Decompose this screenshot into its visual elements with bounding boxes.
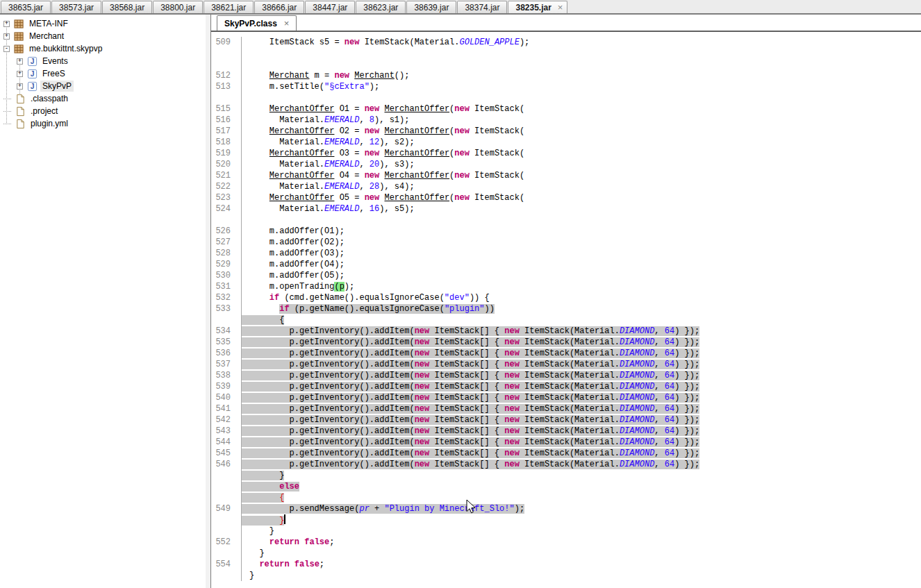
code-text: p.getInventory().addItem(new ItemStack[]…	[242, 326, 699, 337]
code-line-545[interactable]: 545 p.getInventory().addItem(new ItemSta…	[211, 448, 921, 459]
tree-item-label: me.bukkittnt.skypvp	[27, 43, 104, 54]
code-text	[242, 48, 249, 59]
code-text	[242, 59, 249, 70]
editor-tab-strip: SkyPvP.class ×	[211, 15, 921, 32]
tree-item-me-bukkittnt-skypvp[interactable]: -me.bukkittnt.skypvp	[0, 42, 206, 55]
code-line[interactable]	[211, 59, 921, 70]
code-line[interactable]: }	[211, 526, 921, 537]
tree-item-meta-inf[interactable]: +META-INF	[0, 17, 206, 30]
code-line-537[interactable]: 537 p.getInventory().addItem(new ItemSta…	[211, 359, 921, 370]
tree-item-frees[interactable]: +JFreeS	[0, 67, 206, 80]
code-line-523[interactable]: 523 MerchantOffer O5 = new MerchantOffer…	[211, 192, 921, 203]
code-line[interactable]: }	[211, 514, 921, 526]
collapse-minus-icon[interactable]: -	[3, 46, 10, 52]
jar-tab-38374-jar[interactable]: 38374.jar	[457, 1, 507, 13]
code-line-509[interactable]: 509 ItemStack s5 = new ItemStack(Materia…	[211, 37, 921, 48]
tree-item-merchant[interactable]: +Merchant	[0, 30, 206, 42]
code-line-535[interactable]: 535 p.getInventory().addItem(new ItemSta…	[211, 337, 921, 348]
code-line[interactable]: {	[211, 492, 921, 503]
code-line-520[interactable]: 520 Material.EMERALD, 20), s3);	[211, 159, 921, 170]
code-line-512[interactable]: 512 Merchant m = new Merchant();	[211, 70, 921, 81]
jar-tab-38635-jar[interactable]: 38635.jar	[1, 1, 51, 13]
panel-splitter[interactable]	[206, 15, 210, 588]
code-line-533[interactable]: 533 if (p.getName().equalsIgnoreCase("pl…	[211, 303, 921, 314]
code-line-521[interactable]: 521 MerchantOffer O4 = new MerchantOffer…	[211, 170, 921, 181]
expand-plus-icon[interactable]: +	[3, 21, 10, 27]
code-line-513[interactable]: 513 m.setTitle("§cExtra");	[211, 81, 921, 92]
expand-plus-icon[interactable]: +	[17, 83, 23, 90]
code-text: p.getInventory().addItem(new ItemStack[]…	[242, 403, 699, 414]
code-line-540[interactable]: 540 p.getInventory().addItem(new ItemSta…	[211, 392, 921, 403]
code-line-519[interactable]: 519 MerchantOffer O3 = new MerchantOffer…	[211, 148, 921, 159]
code-line[interactable]	[211, 92, 921, 103]
code-line[interactable]: }	[211, 570, 921, 581]
jar-tab-38623-jar[interactable]: 38623.jar	[356, 1, 406, 13]
code-line-536[interactable]: 536 p.getInventory().addItem(new ItemSta…	[211, 348, 921, 359]
editor-tab-label: SkyPvP.class	[224, 19, 277, 28]
file-icon	[15, 119, 26, 129]
code-line-538[interactable]: 538 p.getInventory().addItem(new ItemSta…	[211, 370, 921, 381]
code-line-529[interactable]: 529 m.addOffer(O4);	[211, 259, 921, 270]
tree-item--project[interactable]: .project	[0, 105, 206, 117]
code-text: Material.EMERALD, 16), s5);	[242, 203, 415, 215]
editor-tab-skypvp-class[interactable]: SkyPvP.class ×	[217, 15, 297, 31]
line-number: 526	[211, 226, 242, 237]
code-line-515[interactable]: 515 MerchantOffer O1 = new MerchantOffer…	[211, 103, 921, 115]
code-line-544[interactable]: 544 p.getInventory().addItem(new ItemSta…	[211, 437, 921, 448]
expand-plus-icon[interactable]: +	[17, 58, 23, 65]
code-line-541[interactable]: 541 p.getInventory().addItem(new ItemSta…	[211, 403, 921, 414]
code-line-527[interactable]: 527 m.addOffer(O2);	[211, 237, 921, 248]
svg-text:J: J	[31, 58, 35, 65]
tree-item-plugin-yml[interactable]: plugin.yml	[0, 117, 206, 130]
code-line[interactable]	[211, 215, 921, 226]
tree-item--classpath[interactable]: .classpath	[0, 92, 206, 105]
jar-tab-38573-jar[interactable]: 38573.jar	[51, 1, 101, 13]
code-line-546[interactable]: 546 p.getInventory().addItem(new ItemSta…	[211, 459, 921, 470]
jar-tab-38235-jar[interactable]: 38235.jar×	[508, 1, 567, 13]
jar-tab-label: 38639.jar	[414, 3, 449, 12]
code-line-554[interactable]: 554 return false;	[211, 559, 921, 570]
line-number: 524	[211, 203, 242, 215]
code-line[interactable]: {	[211, 314, 921, 326]
code-line-524[interactable]: 524 Material.EMERALD, 16), s5);	[211, 203, 921, 215]
line-number: 527	[211, 237, 242, 248]
code-line[interactable]	[211, 48, 921, 59]
code-area[interactable]: 509 ItemStack s5 = new ItemStack(Materia…	[211, 33, 921, 588]
code-line-543[interactable]: 543 p.getInventory().addItem(new ItemSta…	[211, 426, 921, 437]
expand-plus-icon[interactable]: +	[17, 71, 23, 77]
code-line-517[interactable]: 517 MerchantOffer O2 = new MerchantOffer…	[211, 126, 921, 137]
code-line[interactable]: }	[211, 470, 921, 481]
jar-tab-38568-jar[interactable]: 38568.jar	[102, 1, 152, 13]
jar-tab-38639-jar[interactable]: 38639.jar	[406, 1, 456, 13]
package-icon	[14, 44, 24, 54]
tree-item-skypvp[interactable]: +JSkyPvP	[0, 80, 206, 92]
code-line-518[interactable]: 518 Material.EMERALD, 12), s2);	[211, 137, 921, 148]
close-icon[interactable]: ×	[558, 4, 563, 11]
line-number: 552	[211, 537, 242, 548]
code-line-532[interactable]: 532 if (cmd.getName().equalsIgnoreCase("…	[211, 292, 921, 303]
close-icon[interactable]: ×	[284, 20, 290, 27]
jar-tab-38447-jar[interactable]: 38447.jar	[305, 1, 355, 13]
code-line-526[interactable]: 526 m.addOffer(O1);	[211, 226, 921, 237]
tree-item-events[interactable]: +JEvents	[0, 55, 206, 67]
code-line-522[interactable]: 522 Material.EMERALD, 28), s4);	[211, 181, 921, 192]
code-line[interactable]: }	[211, 548, 921, 559]
code-line-531[interactable]: 531 m.openTrading(p);	[211, 281, 921, 292]
code-line-528[interactable]: 528 m.addOffer(O3);	[211, 248, 921, 259]
code-line-530[interactable]: 530 m.addOffer(O5);	[211, 270, 921, 281]
code-line-549[interactable]: 549 p.sendMessage(pr + "Plugin by Minecr…	[211, 503, 921, 514]
code-line[interactable]: else	[211, 481, 921, 492]
line-number: 545	[211, 448, 242, 459]
expand-plus-icon[interactable]: +	[3, 33, 10, 40]
jar-tab-38666-jar[interactable]: 38666.jar	[254, 1, 304, 13]
code-line-516[interactable]: 516 Material.EMERALD, 8), s1);	[211, 115, 921, 126]
code-line-539[interactable]: 539 p.getInventory().addItem(new ItemSta…	[211, 381, 921, 392]
code-line-542[interactable]: 542 p.getInventory().addItem(new ItemSta…	[211, 414, 921, 426]
line-number: 512	[211, 70, 242, 81]
jar-tab-38621-jar[interactable]: 38621.jar	[204, 1, 254, 13]
jar-tab-bar: 38635.jar38573.jar38568.jar38800.jar3862…	[0, 0, 921, 15]
code-line-552[interactable]: 552 return false;	[211, 537, 921, 548]
code-text: }	[242, 526, 274, 537]
code-line-534[interactable]: 534 p.getInventory().addItem(new ItemSta…	[211, 326, 921, 337]
jar-tab-38800-jar[interactable]: 38800.jar	[153, 1, 203, 13]
